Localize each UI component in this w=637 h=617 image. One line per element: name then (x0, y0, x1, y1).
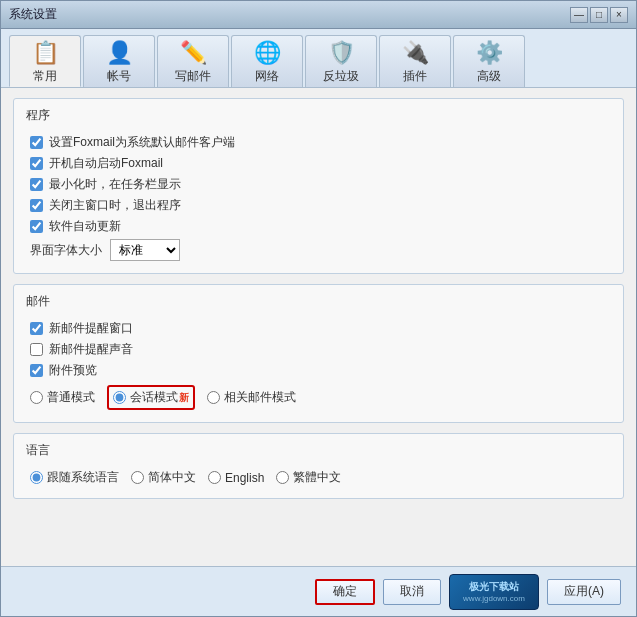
confirm-button[interactable]: 确定 (315, 579, 375, 605)
font-size-row: 界面字体大小 标准 大 小 (26, 239, 611, 261)
radio-label-related-mode: 相关邮件模式 (224, 389, 296, 406)
radio-simplified-chinese[interactable] (131, 471, 144, 484)
radio-item-english: English (208, 471, 264, 485)
watermark-url: www.jgdown.com (463, 594, 525, 603)
font-size-label: 界面字体大小 (30, 242, 102, 259)
radio-item-system-lang: 跟随系统语言 (30, 469, 119, 486)
advanced-icon: ⚙️ (476, 40, 503, 66)
content-area: 程序 设置Foxmail为系统默认邮件客户端 开机自动启动Foxmail 最小化… (1, 88, 636, 566)
radio-item-simplified-chinese: 简体中文 (131, 469, 196, 486)
radio-label-normal-mode: 普通模式 (47, 389, 95, 406)
radio-item-related-mode: 相关邮件模式 (207, 389, 296, 406)
radio-system-lang[interactable] (30, 471, 43, 484)
radio-item-traditional-chinese: 繁體中文 (276, 469, 341, 486)
checkbox-auto-update[interactable] (30, 220, 43, 233)
tab-compose-label: 写邮件 (175, 68, 211, 85)
checkbox-close-exit[interactable] (30, 199, 43, 212)
tab-account[interactable]: 👤 帐号 (83, 35, 155, 87)
checkbox-minimize-taskbar[interactable] (30, 178, 43, 191)
mail-checkbox-row-2: 新邮件提醒声音 (26, 341, 611, 358)
tab-common[interactable]: 📋 常用 (9, 35, 81, 87)
network-icon: 🌐 (254, 40, 281, 66)
checkbox-row-5: 软件自动更新 (26, 218, 611, 235)
title-controls: — □ × (570, 7, 628, 23)
account-icon: 👤 (106, 40, 133, 66)
language-section-title: 语言 (26, 442, 611, 461)
tab-network-label: 网络 (255, 68, 279, 85)
checkbox-mail-notify-window[interactable] (30, 322, 43, 335)
checkbox-label-mail-notify-sound: 新邮件提醒声音 (49, 341, 133, 358)
maximize-button[interactable]: □ (590, 7, 608, 23)
new-badge: 新 (179, 392, 189, 403)
common-icon: 📋 (32, 40, 59, 66)
mail-section-title: 邮件 (26, 293, 611, 312)
watermark-logo-text: 极光下载站 (469, 580, 519, 594)
minimize-button[interactable]: — (570, 7, 588, 23)
radio-conversation-mode[interactable] (113, 391, 126, 404)
radio-traditional-chinese[interactable] (276, 471, 289, 484)
radio-label-conversation-mode: 会话模式新 (130, 389, 189, 406)
tab-antispam[interactable]: 🛡️ 反垃圾 (305, 35, 377, 87)
checkbox-attachment-preview[interactable] (30, 364, 43, 377)
checkbox-default-client[interactable] (30, 136, 43, 149)
mail-checkbox-row-1: 新邮件提醒窗口 (26, 320, 611, 337)
checkbox-label-attachment-preview: 附件预览 (49, 362, 97, 379)
tab-plugins[interactable]: 🔌 插件 (379, 35, 451, 87)
mail-section: 邮件 新邮件提醒窗口 新邮件提醒声音 附件预览 普通模式 (13, 284, 624, 423)
radio-normal-mode[interactable] (30, 391, 43, 404)
bottom-bar: 确定 取消 极光下载站 www.jgdown.com 应用(A) (1, 566, 636, 616)
title-bar: 系统设置 — □ × (1, 1, 636, 29)
settings-window: 系统设置 — □ × 📋 常用 👤 帐号 ✏️ 写邮件 🌐 网络 🛡️ 反垃圾 (0, 0, 637, 617)
window-title: 系统设置 (9, 6, 57, 23)
tab-compose[interactable]: ✏️ 写邮件 (157, 35, 229, 87)
plugins-icon: 🔌 (402, 40, 429, 66)
program-section-title: 程序 (26, 107, 611, 126)
tab-advanced[interactable]: ⚙️ 高级 (453, 35, 525, 87)
view-mode-row: 普通模式 会话模式新 相关邮件模式 (26, 385, 611, 410)
checkbox-row-1: 设置Foxmail为系统默认邮件客户端 (26, 134, 611, 151)
tab-antispam-label: 反垃圾 (323, 68, 359, 85)
checkbox-label-auto-update: 软件自动更新 (49, 218, 121, 235)
close-button[interactable]: × (610, 7, 628, 23)
checkbox-mail-notify-sound[interactable] (30, 343, 43, 356)
checkbox-row-2: 开机自动启动Foxmail (26, 155, 611, 172)
checkbox-autostart[interactable] (30, 157, 43, 170)
program-section: 程序 设置Foxmail为系统默认邮件客户端 开机自动启动Foxmail 最小化… (13, 98, 624, 274)
radio-label-traditional-chinese: 繁體中文 (293, 469, 341, 486)
radio-related-mode[interactable] (207, 391, 220, 404)
tab-plugins-label: 插件 (403, 68, 427, 85)
tab-advanced-label: 高级 (477, 68, 501, 85)
cancel-button[interactable]: 取消 (383, 579, 441, 605)
tab-network[interactable]: 🌐 网络 (231, 35, 303, 87)
antispam-icon: 🛡️ (328, 40, 355, 66)
checkbox-row-4: 关闭主窗口时，退出程序 (26, 197, 611, 214)
checkbox-label-default-client: 设置Foxmail为系统默认邮件客户端 (49, 134, 235, 151)
language-radio-row: 跟随系统语言 简体中文 English 繁體中文 (26, 469, 611, 486)
language-section: 语言 跟随系统语言 简体中文 English 繁體中文 (13, 433, 624, 499)
watermark: 极光下载站 www.jgdown.com (449, 574, 539, 610)
checkbox-label-minimize-taskbar: 最小化时，在任务栏显示 (49, 176, 181, 193)
tab-bar: 📋 常用 👤 帐号 ✏️ 写邮件 🌐 网络 🛡️ 反垃圾 🔌 插件 ⚙️ 高级 (1, 29, 636, 88)
checkbox-label-close-exit: 关闭主窗口时，退出程序 (49, 197, 181, 214)
radio-label-system-lang: 跟随系统语言 (47, 469, 119, 486)
tab-common-label: 常用 (33, 68, 57, 85)
checkbox-row-3: 最小化时，在任务栏显示 (26, 176, 611, 193)
compose-icon: ✏️ (180, 40, 207, 66)
tab-account-label: 帐号 (107, 68, 131, 85)
checkbox-label-mail-notify-window: 新邮件提醒窗口 (49, 320, 133, 337)
radio-item-conversation-mode: 会话模式新 (107, 385, 195, 410)
radio-english[interactable] (208, 471, 221, 484)
radio-label-english: English (225, 471, 264, 485)
apply-button[interactable]: 应用(A) (547, 579, 621, 605)
radio-item-normal-mode: 普通模式 (30, 389, 95, 406)
radio-label-simplified-chinese: 简体中文 (148, 469, 196, 486)
font-size-select[interactable]: 标准 大 小 (110, 239, 180, 261)
checkbox-label-autostart: 开机自动启动Foxmail (49, 155, 163, 172)
mail-checkbox-row-3: 附件预览 (26, 362, 611, 379)
